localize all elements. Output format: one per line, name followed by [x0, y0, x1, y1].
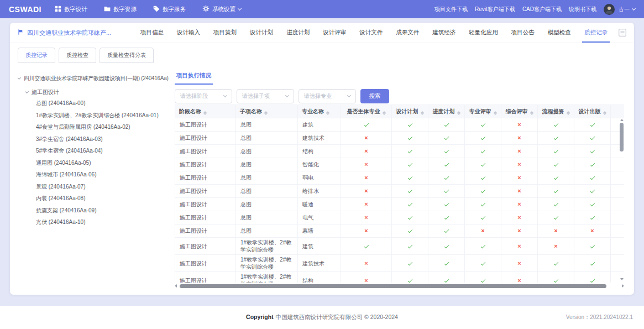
- column-header[interactable]: 特殊: [611, 105, 625, 118]
- scroll-right-arrow-icon[interactable]: [622, 284, 624, 288]
- list-icon[interactable]: [619, 29, 626, 36]
- table-row[interactable]: 施工图设计1#教学实训楼、2#教学实训综合楼结构××: [175, 272, 625, 283]
- column-header[interactable]: 专业评审: [465, 105, 501, 118]
- tree-item[interactable]: 海绵城市 (240416Aa-06): [36, 169, 169, 181]
- scroll-left-arrow-icon[interactable]: [175, 284, 177, 288]
- tree-item[interactable]: 3#学生宿舍 (240416Aa-03): [36, 133, 169, 145]
- check-icon: [553, 135, 558, 140]
- download-link-cad-client[interactable]: CAD客户端下载: [522, 6, 562, 13]
- tree-root-node[interactable]: 四川交通职业技术学院邛崃产教园建设项目(一期) (240416Aa): [18, 74, 169, 82]
- column-header[interactable]: 阶段名称: [175, 105, 236, 118]
- sort-icon[interactable]: [494, 111, 497, 115]
- table-row[interactable]: 施工图设计1#教学实训楼、2#教学实训综合楼建筑技术××: [175, 255, 625, 272]
- table-cell: [465, 118, 501, 132]
- nav-item-system-settings[interactable]: 系统设置: [202, 5, 241, 13]
- sort-icon[interactable]: [264, 111, 268, 115]
- scroll-down-arrow-icon[interactable]: [620, 278, 624, 280]
- horizontal-scrollbar-thumb[interactable]: [180, 284, 606, 288]
- tree-item[interactable]: 总图 (240416Aa-00): [36, 97, 169, 109]
- tree-item[interactable]: 光伏 (240416Aa-10): [36, 216, 169, 228]
- project-tab[interactable]: 设计计划: [250, 23, 273, 43]
- tree-item[interactable]: 抗震支架 (240416Aa-09): [36, 205, 169, 217]
- table-row[interactable]: 施工图设计总图暖通××: [175, 198, 625, 211]
- project-tab[interactable]: 质控记录: [584, 23, 608, 43]
- vertical-scrollbar-thumb[interactable]: [620, 123, 624, 152]
- tree-item[interactable]: 4#食堂与后勤附属用房 (240416Aa-02): [36, 121, 169, 133]
- subproject-select[interactable]: 请选择子项: [237, 89, 294, 103]
- table-row[interactable]: 施工图设计总图智能化××: [175, 158, 625, 171]
- table-cell: ×: [341, 185, 392, 198]
- table-row[interactable]: 施工图设计总图结构××: [175, 145, 625, 158]
- check-icon: [407, 162, 412, 166]
- nav-item-digital-services[interactable]: 数字服务: [153, 6, 186, 13]
- project-tab[interactable]: 进度计划: [286, 23, 310, 43]
- tree-item[interactable]: 5#学生宿舍 (240416Aa-04): [36, 145, 169, 157]
- user-avatar[interactable]: [604, 4, 615, 15]
- search-button[interactable]: 搜索: [360, 89, 389, 103]
- column-header[interactable]: 专业名称: [298, 105, 341, 118]
- tree-item[interactable]: 1#教学实训楼、2#教学实训综合楼 (240416Aa-01): [36, 109, 169, 122]
- table-row[interactable]: 施工图设计总图给排水××: [175, 185, 625, 198]
- nav-item-digital-design[interactable]: 数字设计: [55, 6, 87, 13]
- table-cell: ×: [574, 224, 611, 238]
- sort-icon[interactable]: [457, 111, 460, 115]
- tree-stage-node[interactable]: 施工图设计: [25, 88, 169, 96]
- table-row[interactable]: 施工图设计总图建筑×: [175, 118, 625, 132]
- project-title[interactable]: 四川交通职业技术学院邛崃产...: [18, 29, 140, 37]
- sort-icon[interactable]: [383, 111, 386, 115]
- tab-project-execution[interactable]: 项目执行情况: [175, 72, 213, 85]
- column-header[interactable]: 是否主体专业: [341, 105, 392, 118]
- column-header[interactable]: 流程提资: [538, 105, 574, 118]
- column-header[interactable]: 子项名称: [236, 105, 298, 118]
- scroll-up-arrow-icon[interactable]: [620, 119, 624, 121]
- sort-icon[interactable]: [421, 111, 424, 115]
- project-tab[interactable]: 项目信息: [140, 23, 164, 43]
- project-tab[interactable]: 成果文件: [396, 23, 419, 43]
- sort-icon[interactable]: [567, 111, 570, 115]
- app-logo[interactable]: CSWADI: [9, 5, 41, 14]
- download-link-project-files[interactable]: 项目文件下载: [434, 6, 468, 13]
- table-row[interactable]: 施工图设计总图弱电××: [175, 171, 625, 185]
- tree-item[interactable]: 内装 (240416Aa-08): [36, 192, 169, 205]
- sort-icon[interactable]: [326, 111, 329, 115]
- table-cell: [538, 272, 574, 283]
- table-cell: 施工图设计: [175, 118, 236, 132]
- project-tab[interactable]: 建筑经济: [432, 23, 455, 43]
- major-select[interactable]: 请选择专业: [299, 89, 356, 103]
- table-row[interactable]: 施工图设计总图电气××: [175, 211, 625, 224]
- table-cell: 总图: [236, 198, 298, 211]
- tree-item[interactable]: 通用图 (240416Aa-05): [36, 157, 169, 169]
- sub-tab-quality-score-sheet[interactable]: 质量检查得分表: [100, 48, 154, 63]
- nav-item-digital-resources[interactable]: 数字资源: [104, 6, 137, 13]
- table-cell: ×: [341, 211, 392, 224]
- project-tab[interactable]: 设计文件: [359, 23, 383, 43]
- user-menu[interactable]: 古一: [619, 6, 635, 13]
- download-link-manual[interactable]: 说明书下载: [569, 6, 596, 13]
- column-header[interactable]: 设计计划: [392, 105, 428, 118]
- table-cell: [538, 132, 574, 145]
- sub-tab-quality-record[interactable]: 质控记录: [18, 48, 55, 63]
- column-header[interactable]: 设计出版: [574, 105, 611, 118]
- column-header[interactable]: 进度计划: [428, 105, 465, 118]
- project-tab[interactable]: 模型检查: [548, 23, 571, 43]
- gear-icon: [202, 5, 210, 13]
- stage-select[interactable]: 请选择阶段: [175, 89, 232, 103]
- sort-icon[interactable]: [603, 111, 606, 115]
- check-icon: [407, 122, 412, 127]
- project-tab[interactable]: 设计评审: [323, 23, 346, 43]
- project-tab[interactable]: 项目公告: [511, 23, 535, 43]
- sort-icon[interactable]: [203, 111, 207, 115]
- sub-tab-quality-check[interactable]: 质控检查: [59, 48, 96, 63]
- table-row[interactable]: 施工图设计总图建筑技术××: [175, 132, 625, 145]
- project-tab[interactable]: 轻量化应用: [469, 23, 498, 43]
- column-header[interactable]: 综合评审: [501, 105, 538, 118]
- horizontal-scrollbar[interactable]: [175, 284, 624, 288]
- tree-item[interactable]: 景观 (240416Aa-07): [36, 181, 169, 193]
- table-row[interactable]: 施工图设计1#教学实训楼、2#教学实训综合楼建筑××: [175, 238, 625, 255]
- download-link-revit-client[interactable]: Revit客户端下载: [475, 6, 515, 13]
- table-row[interactable]: 施工图设计总图幕墙×××××: [175, 224, 625, 238]
- project-tab[interactable]: 项目策划: [213, 23, 237, 43]
- sort-icon[interactable]: [530, 111, 533, 115]
- project-tab[interactable]: 设计输入: [177, 23, 200, 43]
- vertical-scrollbar[interactable]: [619, 119, 624, 280]
